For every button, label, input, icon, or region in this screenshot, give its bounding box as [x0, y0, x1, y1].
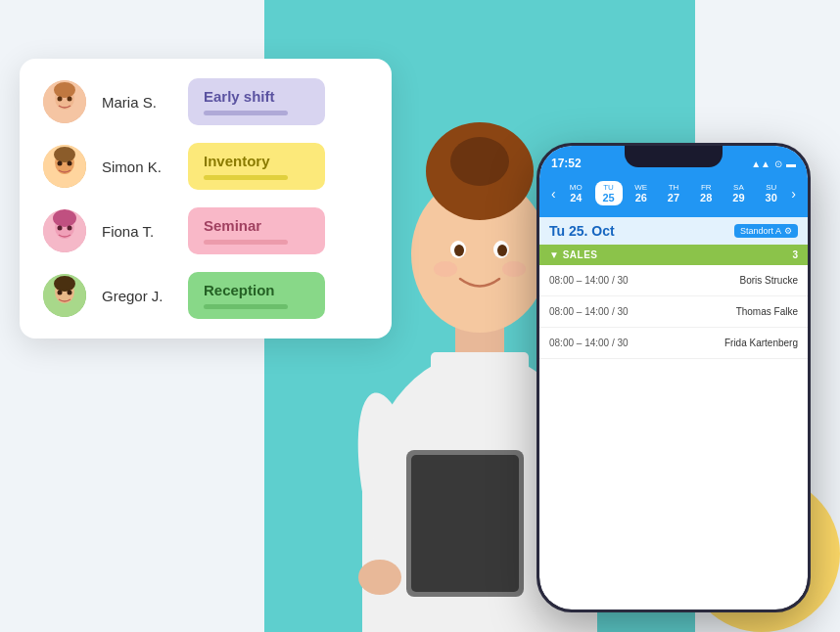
shift-badge-gregor: Reception — [188, 272, 325, 319]
shift-label-fiona: Seminar — [204, 217, 309, 234]
section-count: 3 — [792, 249, 798, 260]
svg-point-22 — [54, 82, 75, 98]
svg-point-33 — [58, 226, 63, 231]
svg-point-16 — [358, 560, 401, 595]
section-header-sales: ▼ SALES 3 — [539, 245, 808, 265]
date-title: Tu 25. Oct — [549, 223, 615, 239]
wifi-icon: ⊙ — [774, 158, 782, 169]
svg-point-23 — [58, 97, 63, 102]
schedule-card: Maria S. Early shift Simon K. Inventory — [20, 59, 392, 339]
day-num-sa: 29 — [732, 192, 744, 203]
day-fr[interactable]: FR 28 — [692, 181, 720, 205]
section-title: ▼ SALES — [549, 249, 598, 260]
shift-row-2[interactable]: 08:00 – 14:00 / 30 Frida Kartenberg — [539, 328, 808, 359]
svg-point-32 — [53, 209, 76, 227]
svg-point-27 — [54, 147, 75, 162]
status-icons: ▲▲ ⊙ ▬ — [751, 158, 796, 169]
day-th[interactable]: TH 27 — [660, 181, 687, 205]
svg-rect-19 — [411, 455, 519, 592]
day-sa[interactable]: SA 29 — [724, 181, 752, 205]
day-num-fr: 28 — [700, 192, 712, 203]
shift-person-1: Thomas Falke — [736, 306, 798, 317]
prev-week-button[interactable]: ‹ — [547, 186, 560, 202]
phone-screen: 17:52 ▲▲ ⊙ ▬ ‹ MO 24 TU 25 — [539, 146, 808, 609]
shift-label-maria: Early shift — [204, 88, 309, 105]
person-name-fiona: Fiona T. — [102, 223, 172, 240]
svg-point-24 — [68, 97, 72, 102]
day-mo[interactable]: MO 24 — [562, 181, 589, 205]
day-num-tu: 25 — [602, 192, 614, 203]
location-badge[interactable]: Standort A ⚙ — [734, 224, 798, 238]
day-name-mo: MO — [570, 183, 583, 192]
day-name-tu: TU — [603, 183, 614, 192]
location-label: Standort A — [740, 226, 781, 236]
avatar-gregor — [43, 274, 86, 317]
day-name-th: TH — [669, 183, 679, 192]
shift-person-2: Frida Kartenberg — [724, 338, 798, 348]
svg-point-38 — [58, 291, 63, 295]
day-we[interactable]: WE 26 — [628, 181, 655, 205]
phone-calendar-header: ‹ MO 24 TU 25 WE 26 TH — [539, 177, 808, 217]
day-num-we: 26 — [635, 192, 647, 203]
shift-bar-maria — [204, 111, 288, 115]
shift-person-0: Boris Strucke — [740, 275, 798, 286]
signal-icon: ▲▲ — [751, 158, 770, 169]
svg-point-39 — [68, 291, 72, 295]
day-num-su: 30 — [766, 192, 777, 203]
shift-badge-maria: Early shift — [188, 78, 325, 125]
avatar-maria — [43, 80, 86, 123]
status-time: 17:52 — [551, 157, 582, 170]
svg-point-28 — [58, 161, 63, 166]
day-tu[interactable]: TU 25 — [595, 181, 623, 205]
day-name-fr: FR — [701, 183, 712, 192]
schedule-row-gregor: Gregor J. Reception — [43, 272, 368, 319]
schedule-row-simon: Simon K. Inventory — [43, 143, 368, 190]
phone-mockup: 17:52 ▲▲ ⊙ ▬ ‹ MO 24 TU 25 — [537, 143, 811, 612]
shift-label-simon: Inventory — [204, 153, 309, 169]
shift-badge-fiona: Seminar — [188, 207, 325, 254]
shift-time-2: 08:00 – 14:00 / 30 — [549, 338, 629, 348]
shift-row-1[interactable]: 08:00 – 14:00 / 30 Thomas Falke — [539, 296, 808, 328]
svg-point-11 — [497, 245, 507, 256]
shift-bar-simon — [204, 175, 288, 180]
day-num-th: 27 — [668, 192, 679, 203]
svg-rect-4 — [431, 352, 529, 401]
schedule-row-fiona: Fiona T. Seminar — [43, 207, 368, 254]
shift-bar-fiona — [204, 240, 288, 245]
settings-icon[interactable]: ⚙ — [784, 226, 792, 236]
day-name-we: WE — [634, 183, 647, 192]
person-name-simon: Simon K. — [102, 158, 172, 175]
day-name-su: SU — [766, 183, 776, 192]
week-days: MO 24 TU 25 WE 26 TH 27 — [560, 181, 788, 205]
phone-notch — [625, 146, 723, 167]
svg-point-13 — [502, 261, 526, 277]
shift-row-0[interactable]: 08:00 – 14:00 / 30 Boris Strucke — [539, 265, 808, 296]
day-num-mo: 24 — [570, 192, 582, 203]
battery-icon: ▬ — [786, 158, 796, 169]
shift-time-0: 08:00 – 14:00 / 30 — [549, 275, 629, 286]
person-name-maria: Maria S. — [102, 94, 172, 111]
shift-time-1: 08:00 – 14:00 / 30 — [549, 306, 629, 317]
person-name-gregor: Gregor J. — [102, 288, 172, 304]
svg-point-29 — [68, 161, 72, 166]
next-week-button[interactable]: › — [787, 186, 800, 202]
shift-badge-simon: Inventory — [188, 143, 325, 190]
svg-point-10 — [454, 245, 464, 256]
date-title-bar: Tu 25. Oct Standort A ⚙ — [539, 217, 808, 245]
day-name-sa: SA — [733, 183, 744, 192]
avatar-simon — [43, 145, 86, 188]
week-nav: ‹ MO 24 TU 25 WE 26 TH — [547, 181, 800, 205]
avatar-fiona — [43, 209, 86, 252]
svg-point-34 — [68, 226, 72, 231]
schedule-row-maria: Maria S. Early shift — [43, 78, 368, 125]
svg-point-37 — [54, 276, 75, 292]
shift-bar-gregor — [204, 304, 288, 309]
shift-label-gregor: Reception — [204, 282, 309, 298]
day-su[interactable]: SU 30 — [758, 181, 785, 205]
svg-point-12 — [434, 261, 457, 277]
svg-point-7 — [450, 137, 509, 186]
